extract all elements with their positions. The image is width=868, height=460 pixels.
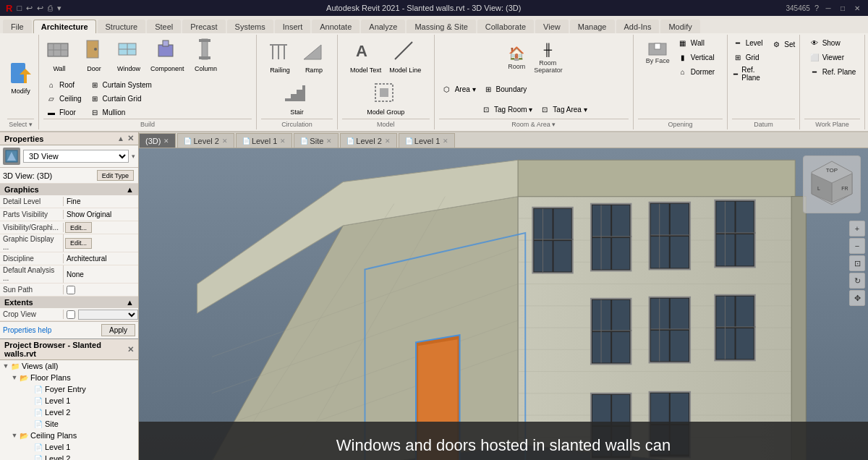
orbit-btn[interactable]: ↻: [849, 273, 865, 289]
curtain-system-btn[interactable]: ⊞ Curtain System: [87, 78, 154, 91]
tab-insert[interactable]: Insert: [275, 20, 311, 33]
tree-item-level1-cp[interactable]: 📄 Level 1: [0, 441, 138, 453]
tab-systems[interactable]: Systems: [227, 20, 273, 33]
pan-btn[interactable]: ✥: [849, 290, 865, 306]
room-separator-btn[interactable]: ╫ Room Separator: [532, 38, 563, 76]
tree-item-floor-plans[interactable]: ▼ 📂 Floor Plans: [0, 372, 138, 383]
tree-item-foyer-entry[interactable]: 📄 Foyer Entry: [0, 383, 138, 395]
tab-architecture[interactable]: Architecture: [33, 20, 96, 33]
tab-view[interactable]: View: [535, 20, 569, 33]
properties-close-btn[interactable]: ✕: [127, 134, 134, 143]
area-btn[interactable]: ⬡ Area ▾: [439, 83, 478, 96]
ramp-btn[interactable]: Ramp: [298, 38, 330, 75]
prop-discipline-value[interactable]: Architectural: [64, 254, 138, 263]
tab-collaborate[interactable]: Collaborate: [477, 20, 534, 33]
minimize-btn[interactable]: ─: [823, 3, 833, 13]
view-tab-level1b-close[interactable]: ✕: [443, 137, 448, 145]
view-tab-level2b-close[interactable]: ✕: [385, 137, 391, 145]
tab-precast[interactable]: Precast: [182, 20, 225, 33]
visibility-edit-btn[interactable]: Edit...: [65, 222, 92, 233]
crop-view-checkbox[interactable]: [67, 310, 75, 319]
help-btn[interactable]: ?: [814, 4, 819, 12]
railing-btn[interactable]: Railing: [264, 38, 296, 75]
opening-wall-btn[interactable]: ▦ Wall: [675, 36, 717, 49]
properties-expand-icon[interactable]: ▲: [117, 135, 124, 142]
ref-plane-btn[interactable]: ━ Ref. Plane: [730, 65, 767, 82]
view-tab-3d[interactable]: (3D) ✕: [139, 133, 176, 148]
tree-item-ceiling-plans[interactable]: ▼ 📂 Ceiling Plans: [0, 430, 138, 441]
wall-btn[interactable]: Wall: [43, 36, 75, 74]
tab-modify[interactable]: Modify: [660, 20, 699, 33]
floor-plans-toggle[interactable]: ▼: [10, 373, 19, 382]
graphic-display-edit-btn[interactable]: Edit...: [65, 238, 92, 249]
view-tab-3d-close[interactable]: ✕: [163, 137, 169, 145]
floor-btn[interactable]: ▬ Floor: [43, 106, 84, 119]
grid-btn[interactable]: ⊞ Grid: [730, 51, 767, 64]
modify-btn[interactable]: Modify: [5, 59, 37, 96]
view-tab-level2-a[interactable]: 📄 Level 2 ✕: [177, 133, 234, 148]
tab-file[interactable]: File: [3, 20, 32, 33]
sun-path-checkbox[interactable]: [67, 286, 75, 294]
properties-help-link[interactable]: Properties help: [3, 326, 51, 334]
view-tab-site-close[interactable]: ✕: [326, 137, 332, 145]
level-btn[interactable]: ━ Level: [730, 36, 767, 49]
quick-access-undo[interactable]: ↩: [26, 4, 33, 13]
extents-section-header[interactable]: Extents ▲: [0, 297, 138, 308]
ceiling-plans-toggle[interactable]: ▼: [10, 431, 19, 440]
view-tab-level1a-close[interactable]: ✕: [280, 137, 286, 145]
ceiling-btn[interactable]: ▱ Ceiling: [43, 92, 84, 105]
mullion-btn[interactable]: ⊟ Mullion: [87, 106, 154, 119]
show-workplane-btn[interactable]: 👁 Show: [807, 36, 859, 49]
fit-view-btn[interactable]: ⊡: [849, 255, 865, 271]
quick-access-expand[interactable]: ▾: [57, 4, 61, 13]
view-tab-site[interactable]: 📄 Site ✕: [294, 133, 339, 148]
edit-type-btn[interactable]: Edit Type: [97, 170, 134, 181]
tree-item-views-all[interactable]: ▼ 📁 Views (all): [0, 360, 138, 372]
zoom-out-btn[interactable]: −: [849, 238, 865, 254]
model-line-btn[interactable]: Model Line: [386, 38, 424, 75]
maximize-btn[interactable]: □: [838, 3, 848, 13]
view-tab-level1-b[interactable]: 📄 Level 1 ✕: [399, 133, 455, 148]
view-tab-level2-b[interactable]: 📄 Level 2 ✕: [340, 133, 396, 148]
crop-view-dropdown[interactable]: [78, 310, 138, 320]
tree-item-level2-cp[interactable]: 📄 Level 2: [0, 453, 138, 460]
tree-item-level2-fp[interactable]: 📄 Level 2: [0, 406, 138, 418]
navigation-cube[interactable]: TOP FR L: [803, 156, 861, 213]
view-tab-level1-a[interactable]: 📄 Level 1 ✕: [236, 133, 292, 148]
tab-steel[interactable]: Steel: [147, 20, 181, 33]
viewer-btn[interactable]: ⬜ Viewer: [807, 51, 859, 64]
curtain-grid-btn[interactable]: ⊞ Curtain Grid: [87, 92, 154, 105]
stair-btn[interactable]: Stair: [281, 80, 312, 117]
column-btn[interactable]: Column: [190, 36, 222, 74]
door-btn[interactable]: Door: [78, 36, 110, 74]
tab-manage[interactable]: Manage: [570, 20, 615, 33]
tab-structure[interactable]: Structure: [98, 20, 146, 33]
close-btn[interactable]: ✕: [852, 3, 862, 13]
opening-vertical-btn[interactable]: ▮ Vertical: [675, 51, 717, 64]
browser-close-btn[interactable]: ✕: [127, 345, 134, 354]
view-type-dropdown[interactable]: 3D View: [23, 150, 129, 163]
view-tab-level2a-close[interactable]: ✕: [222, 137, 228, 145]
tab-massing[interactable]: Massing & Site: [407, 20, 475, 33]
tab-analyze[interactable]: Analyze: [361, 20, 405, 33]
quick-access-save[interactable]: □: [17, 4, 22, 12]
quick-access-print[interactable]: ⎙: [48, 4, 53, 12]
tab-addins[interactable]: Add-Ins: [616, 20, 660, 33]
zoom-in-btn[interactable]: +: [849, 221, 865, 237]
model-text-btn[interactable]: A Model Text: [347, 38, 384, 75]
ref-plane-wp-btn[interactable]: ━ Ref. Plane: [807, 65, 859, 78]
model-group-btn[interactable]: Model Group: [364, 80, 407, 117]
roof-btn[interactable]: ⌂ Roof: [43, 78, 84, 91]
graphics-section-header[interactable]: Graphics ▲: [0, 184, 138, 195]
by-face-btn[interactable]: By Face: [644, 36, 672, 67]
room-btn[interactable]: 🏠 Room: [503, 42, 529, 72]
viewport[interactable]: TOP FR L + − ⊡ ↻ ✥ Windows and doors hos…: [139, 148, 868, 460]
prop-default-analysis-value[interactable]: None: [64, 270, 138, 279]
tab-annotate[interactable]: Annotate: [312, 20, 359, 33]
views-all-toggle[interactable]: ▼: [1, 362, 10, 370]
area-boundary-btn[interactable]: ⊞ Boundary: [480, 83, 529, 96]
prop-detail-level-value[interactable]: Fine: [64, 197, 138, 206]
set-btn[interactable]: ⚙ Set: [768, 38, 797, 51]
component-btn[interactable]: Component: [148, 36, 187, 74]
tree-item-level1-fp[interactable]: 📄 Level 1: [0, 395, 138, 406]
